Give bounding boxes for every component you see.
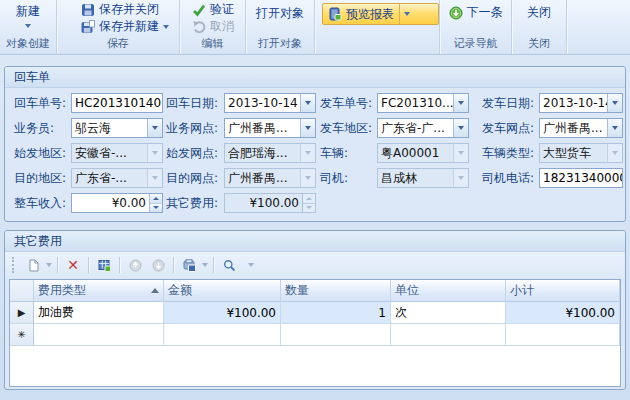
column-header-amount[interactable]: 金额 bbox=[164, 280, 281, 302]
open-object-label: 打开对象 bbox=[256, 5, 304, 22]
insert-table-icon bbox=[98, 259, 111, 272]
next-record-button[interactable]: 下一条 bbox=[440, 4, 511, 21]
close-button[interactable]: 关闭 bbox=[512, 4, 566, 21]
dispatch-order-no-combo[interactable]: FC201310... bbox=[377, 93, 469, 113]
chevron-down-icon[interactable] bbox=[300, 119, 315, 137]
spinner-buttons bbox=[302, 194, 315, 212]
move-down-button[interactable] bbox=[148, 255, 168, 275]
return-order-panel: 回车单 回车单号: HC201310140 回车日期: 2013-10-14 发… bbox=[4, 66, 626, 222]
save-new-button[interactable]: 保存并新建 bbox=[81, 18, 179, 35]
find-button[interactable] bbox=[219, 255, 239, 275]
vehicle-income-spinner[interactable]: ¥0.00 bbox=[71, 193, 163, 213]
chevron-down-icon[interactable] bbox=[248, 263, 254, 267]
preview-report-button[interactable]: 预览报表 bbox=[323, 4, 399, 24]
dispatch-branch-combo[interactable]: 广州番禺... bbox=[539, 118, 623, 138]
group-caption: 编辑 bbox=[180, 36, 245, 51]
chevron-down-icon bbox=[147, 169, 162, 187]
add-row-button[interactable] bbox=[23, 255, 43, 275]
form-row: 始发地区: 安徽省-... 始发网点: 合肥瑶海... 车辆: 粤A00001 … bbox=[14, 143, 625, 163]
cell-unit[interactable]: 次 bbox=[391, 302, 506, 324]
driver-phone-input[interactable]: 18231340000 bbox=[539, 168, 623, 188]
new-row-icon: ✳ bbox=[17, 329, 25, 340]
cell-unit[interactable] bbox=[391, 324, 506, 346]
column-header-subtotal[interactable]: 小计 bbox=[506, 280, 620, 302]
cell-amount[interactable] bbox=[164, 324, 281, 346]
field-label: 业务员: bbox=[14, 120, 71, 137]
field-label: 目的地区: bbox=[14, 170, 71, 187]
group-caption: 关闭 bbox=[512, 36, 566, 51]
table-new-row: ✳ bbox=[10, 324, 620, 346]
ribbon-toolbar: 新建 对象创建 保存并关闭 保存并新建 保存 验证 取消 编辑 打开对象 bbox=[0, 0, 630, 55]
cell-subtotal[interactable]: ¥100.00 bbox=[506, 302, 620, 324]
row-selector[interactable]: ▶ bbox=[10, 302, 34, 324]
cell-amount[interactable]: ¥100.00 bbox=[164, 302, 281, 324]
field-label: 车辆类型: bbox=[482, 145, 539, 162]
chevron-down-icon[interactable] bbox=[453, 94, 468, 112]
save-close-button[interactable]: 保存并关闭 bbox=[81, 1, 179, 18]
spin-down-icon[interactable] bbox=[150, 204, 162, 213]
ribbon-group-edit: 验证 取消 编辑 bbox=[180, 0, 246, 54]
chevron-down-icon bbox=[25, 24, 31, 28]
chevron-down-icon[interactable] bbox=[300, 94, 315, 112]
return-date-combo[interactable]: 2013-10-14 bbox=[224, 93, 316, 113]
salesman-combo[interactable]: 邬云海 bbox=[71, 118, 163, 138]
spin-down-icon bbox=[303, 204, 315, 213]
dispatch-date-combo[interactable]: 2013-10-14 bbox=[539, 93, 623, 113]
chevron-down-icon[interactable] bbox=[202, 263, 208, 267]
cell-fee-type[interactable] bbox=[34, 324, 164, 346]
spin-up-icon[interactable] bbox=[150, 194, 162, 204]
field-label: 司机: bbox=[320, 170, 377, 187]
open-object-button[interactable]: 打开对象 bbox=[246, 5, 314, 22]
column-header-unit[interactable]: 单位 bbox=[391, 280, 506, 302]
sort-asc-icon bbox=[151, 288, 159, 293]
form-row: 回车单号: HC201310140 回车日期: 2013-10-14 发车单号:… bbox=[14, 93, 625, 113]
preview-report-split-button[interactable]: 预览报表 bbox=[322, 3, 439, 25]
fees-toolbar: ✕ bbox=[5, 252, 625, 278]
form-row: 业务员: 邬云海 业务网点: 广州番禺... 发车地区: 广东省-广... 发车… bbox=[14, 118, 625, 138]
row-selector-header[interactable] bbox=[10, 280, 34, 302]
export-button[interactable] bbox=[179, 255, 199, 275]
undo-icon bbox=[192, 20, 206, 34]
next-record-icon bbox=[449, 6, 463, 20]
cell-fee-type[interactable]: 加油费 bbox=[34, 302, 164, 324]
column-header-quantity[interactable]: 数量 bbox=[281, 280, 391, 302]
field-label: 发车单号: bbox=[320, 95, 377, 112]
export-icon bbox=[183, 259, 196, 272]
chevron-down-icon[interactable] bbox=[607, 94, 622, 112]
new-button[interactable]: 新建 bbox=[0, 3, 56, 28]
business-branch-combo[interactable]: 广州番禺... bbox=[224, 118, 316, 138]
save-close-label: 保存并关闭 bbox=[99, 1, 159, 18]
new-button-label: 新建 bbox=[16, 3, 40, 20]
cancel-button[interactable]: 取消 bbox=[192, 18, 245, 35]
preview-report-dropdown[interactable] bbox=[399, 4, 414, 24]
return-order-no-input[interactable]: HC201310140 bbox=[71, 93, 163, 113]
field-label: 业务网点: bbox=[166, 120, 224, 137]
move-up-button[interactable] bbox=[125, 255, 145, 275]
insert-table-button[interactable] bbox=[94, 255, 114, 275]
delete-row-button[interactable]: ✕ bbox=[63, 255, 83, 275]
field-label: 始发网点: bbox=[166, 145, 224, 162]
horizontal-scrollbar[interactable] bbox=[9, 389, 621, 390]
ribbon-group-preview: 预览报表 回车单 bbox=[315, 0, 440, 54]
dispatch-region-combo[interactable]: 广东省-广... bbox=[377, 118, 469, 138]
cell-quantity[interactable]: 1 bbox=[281, 302, 391, 324]
chevron-down-icon[interactable] bbox=[46, 263, 52, 267]
cell-quantity[interactable] bbox=[281, 324, 391, 346]
chevron-down-icon bbox=[453, 169, 468, 187]
spin-up-icon bbox=[303, 194, 315, 204]
magnifier-icon bbox=[223, 259, 236, 272]
chevron-down-icon[interactable] bbox=[147, 119, 162, 137]
down-circle-icon bbox=[152, 259, 165, 272]
origin-region-combo: 安徽省-... bbox=[71, 143, 163, 163]
report-icon bbox=[328, 7, 342, 21]
table-header-row: 费用类型 金额 数量 单位 小计 bbox=[10, 280, 620, 302]
column-header-fee-type[interactable]: 费用类型 bbox=[34, 280, 164, 302]
chevron-down-icon[interactable] bbox=[453, 119, 468, 137]
cell-subtotal[interactable] bbox=[506, 324, 620, 346]
chevron-down-icon[interactable] bbox=[607, 119, 622, 137]
delete-x-icon: ✕ bbox=[67, 259, 79, 272]
origin-branch-combo: 合肥瑶海... bbox=[224, 143, 316, 163]
toolbar-grip[interactable] bbox=[12, 257, 17, 273]
validate-button[interactable]: 验证 bbox=[192, 1, 245, 18]
new-row-selector[interactable]: ✳ bbox=[10, 324, 34, 346]
